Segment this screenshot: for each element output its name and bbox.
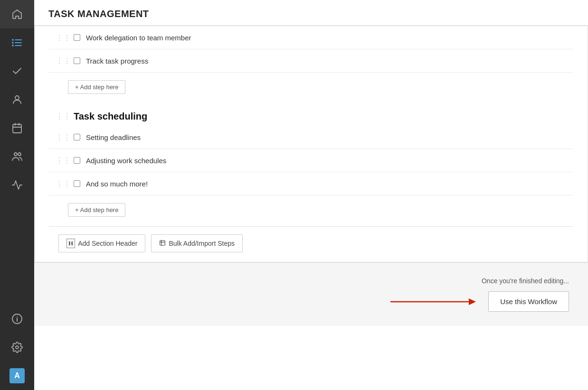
footer-area: Once you're finished editing... Use this…: [34, 262, 588, 326]
drag-handle-icon[interactable]: ⋮⋮: [58, 56, 68, 65]
sidebar-item-info[interactable]: [0, 305, 34, 333]
step-checkbox[interactable]: [74, 57, 80, 64]
add-step-button-1[interactable]: + Add step here: [68, 80, 125, 94]
step-label: Setting deadlines: [86, 133, 141, 141]
section-header-row: ⋮⋮ Task scheduling: [49, 103, 573, 126]
svg-point-6: [15, 96, 19, 100]
svg-rect-17: [160, 240, 165, 245]
page-title: TASK MANAGEMENT: [34, 0, 588, 26]
arrow-container: [386, 295, 481, 309]
table-row: ⋮⋮ Adjusting work schedules: [49, 149, 573, 172]
step-label: Work delegation to team member: [86, 34, 191, 42]
use-workflow-row: Use this Workflow: [386, 291, 569, 312]
svg-point-16: [16, 346, 19, 349]
sidebar-item-home[interactable]: [0, 0, 34, 28]
add-section-label: Add Section Header: [78, 240, 137, 247]
sidebar-item-list[interactable]: [0, 28, 34, 57]
table-row: ⋮⋮ And so much more!: [49, 172, 573, 195]
import-icon: [159, 240, 166, 248]
drag-handle-icon[interactable]: ⋮⋮: [58, 179, 68, 188]
add-section-header-button[interactable]: H Add Section Header: [58, 234, 145, 252]
arrow-icon: [386, 295, 481, 309]
svg-point-11: [14, 153, 17, 156]
svg-point-12: [18, 153, 21, 156]
step-label: And so much more!: [86, 180, 148, 188]
section-header-label: Task scheduling: [74, 111, 147, 122]
table-row: ⋮⋮ Track task progress: [49, 49, 573, 73]
table-row: ⋮⋮ Setting deadlines: [49, 126, 573, 149]
step-checkbox[interactable]: [74, 134, 80, 140]
step-checkbox[interactable]: [74, 180, 80, 187]
section-drag-handle-icon[interactable]: ⋮⋮: [58, 112, 68, 121]
bulk-import-button[interactable]: Bulk Add/Import Steps: [151, 234, 243, 252]
sidebar: A: [0, 0, 34, 390]
sidebar-item-user[interactable]: [0, 85, 34, 114]
header-icon: H: [66, 239, 75, 248]
drag-handle-icon[interactable]: ⋮⋮: [58, 33, 68, 42]
add-step-button-2[interactable]: + Add step here: [68, 203, 125, 217]
step-label: Adjusting work schedules: [86, 157, 166, 165]
main-content: TASK MANAGEMENT ⋮⋮ Work delegation to te…: [34, 0, 588, 390]
avatar-label: A: [9, 368, 25, 383]
bottom-actions: H Add Section Header Bulk Add/Import Ste…: [49, 226, 573, 262]
svg-point-5: [12, 45, 13, 46]
svg-marker-21: [469, 298, 476, 305]
finished-editing-text: Once you're finished editing...: [482, 277, 569, 285]
content-area: ⋮⋮ Work delegation to team member ⋮⋮ Tra…: [34, 26, 588, 390]
step-checkbox[interactable]: [74, 157, 80, 164]
svg-rect-7: [13, 124, 21, 133]
sidebar-item-check[interactable]: [0, 57, 34, 85]
workflow-content: ⋮⋮ Work delegation to team member ⋮⋮ Tra…: [34, 26, 588, 262]
sidebar-item-team[interactable]: [0, 142, 34, 171]
drag-handle-icon[interactable]: ⋮⋮: [58, 156, 68, 165]
svg-point-4: [12, 42, 13, 43]
user-avatar[interactable]: A: [0, 362, 34, 390]
step-checkbox[interactable]: [74, 34, 80, 41]
drag-handle-icon[interactable]: ⋮⋮: [58, 132, 68, 142]
step-label: Track task progress: [86, 57, 148, 65]
bulk-import-label: Bulk Add/Import Steps: [169, 240, 235, 247]
sidebar-item-chart[interactable]: [0, 171, 34, 199]
svg-point-3: [12, 39, 13, 40]
sidebar-item-calendar[interactable]: [0, 114, 34, 142]
sidebar-item-settings[interactable]: [0, 333, 34, 362]
use-workflow-button[interactable]: Use this Workflow: [488, 291, 569, 312]
table-row: ⋮⋮ Work delegation to team member: [49, 26, 573, 49]
